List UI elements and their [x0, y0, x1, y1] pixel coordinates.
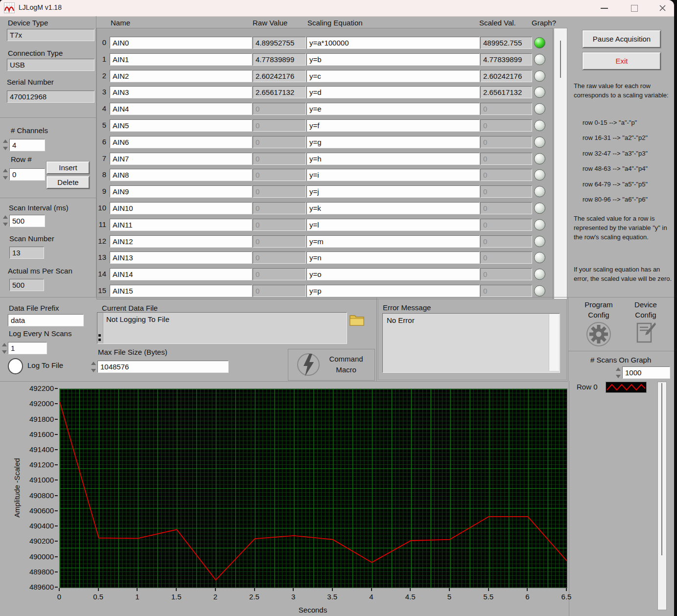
- graph-led[interactable]: [534, 137, 545, 148]
- x-tick-label: 0: [48, 593, 70, 601]
- y-tick-mark: [55, 556, 58, 557]
- table-scrollbar-thumb[interactable]: [560, 41, 561, 78]
- minimize-button[interactable]: [601, 8, 608, 9]
- legend-scrollbar[interactable]: [657, 382, 667, 610]
- delete-button[interactable]: Delete: [47, 176, 90, 189]
- scaling-equation-field[interactable]: y=f: [306, 119, 480, 132]
- channel-name-field[interactable]: AIN0: [110, 37, 252, 49]
- channel-name-field[interactable]: AIN9: [110, 185, 252, 198]
- y-tick-mark: [55, 541, 58, 542]
- channel-name-field[interactable]: AIN12: [110, 235, 252, 248]
- graph-led[interactable]: [534, 285, 545, 297]
- spin-up-icon[interactable]: [2, 343, 7, 346]
- maximize-button[interactable]: [631, 5, 638, 12]
- raw-value-field: 4.77839899: [253, 53, 306, 66]
- error-box-scrollbar[interactable]: [549, 314, 559, 371]
- graph-plot-area: [59, 388, 567, 588]
- scan-interval-input[interactable]: 500: [9, 215, 45, 227]
- x-tick-mark: [410, 588, 411, 591]
- connection-type-value[interactable]: USB: [7, 59, 94, 71]
- channel-name-field[interactable]: AIN4: [110, 103, 252, 115]
- current-data-file-box[interactable]: Not Logging To File: [97, 312, 347, 344]
- raw-value-field: 0: [253, 235, 306, 248]
- channel-name-field[interactable]: AIN2: [110, 70, 252, 82]
- spin-down-icon[interactable]: [91, 369, 96, 372]
- graph-led[interactable]: [534, 153, 545, 164]
- scaling-equation-field[interactable]: y=m: [306, 235, 480, 248]
- graph-led[interactable]: [534, 54, 545, 65]
- spin-down-icon[interactable]: [3, 223, 8, 226]
- command-macro-button[interactable]: Command Macro: [288, 349, 375, 381]
- scaling-equation-field[interactable]: y=i: [306, 169, 480, 181]
- graph-led[interactable]: [534, 236, 545, 247]
- spin-down-icon[interactable]: [3, 147, 8, 150]
- legend-scrollbar-thumb[interactable]: [661, 383, 662, 555]
- channel-name-field[interactable]: AIN13: [110, 251, 252, 264]
- name-header: Name: [111, 19, 130, 27]
- device-config-button[interactable]: [633, 319, 659, 345]
- graph-led[interactable]: [534, 120, 545, 131]
- log-to-file-label: Log To File: [27, 361, 63, 369]
- graph-led[interactable]: [534, 219, 545, 230]
- scans-on-graph-spinner[interactable]: [615, 366, 621, 379]
- spin-down-icon[interactable]: [2, 350, 7, 354]
- row-number-input[interactable]: 0: [9, 168, 45, 181]
- spin-up-icon[interactable]: [3, 139, 8, 143]
- x-tick-label: 4: [361, 593, 382, 601]
- channel-name-field[interactable]: AIN6: [110, 136, 252, 148]
- channel-name-field[interactable]: AIN7: [110, 153, 252, 165]
- channel-name-field[interactable]: AIN11: [110, 219, 252, 231]
- num-channels-spinner[interactable]: [2, 138, 8, 151]
- log-to-file-toggle[interactable]: [8, 358, 23, 374]
- max-file-size-spinner[interactable]: [91, 361, 96, 373]
- row-number-spinner[interactable]: [2, 168, 8, 181]
- scaling-equation-field[interactable]: y=c: [306, 70, 480, 82]
- spin-up-icon[interactable]: [91, 362, 96, 365]
- channel-name-field[interactable]: AIN5: [110, 119, 252, 132]
- scaling-equation-field[interactable]: y=p: [306, 285, 480, 297]
- row-index: 1: [94, 55, 106, 63]
- spin-down-icon[interactable]: [3, 176, 8, 180]
- scaling-equation-field[interactable]: y=b: [306, 53, 480, 66]
- raw-value-field: 0: [253, 185, 306, 198]
- channel-name-field[interactable]: AIN1: [110, 53, 252, 66]
- insert-button[interactable]: Insert: [47, 161, 90, 174]
- program-config-button[interactable]: [586, 321, 611, 347]
- scaling-equation-field[interactable]: y=g: [306, 136, 480, 148]
- scans-on-graph-input[interactable]: 1000: [622, 366, 670, 379]
- graph-led[interactable]: [534, 37, 545, 48]
- scaling-equation-field[interactable]: y=d: [306, 86, 480, 98]
- scan-interval-spinner[interactable]: [2, 214, 8, 227]
- scaling-equation-field[interactable]: y=a*100000: [306, 37, 480, 49]
- legend-row0-line[interactable]: [606, 382, 647, 393]
- graph-led[interactable]: [534, 70, 545, 82]
- spin-down-icon[interactable]: [616, 375, 621, 378]
- max-file-size-input[interactable]: 1048576: [97, 361, 229, 373]
- spin-up-icon[interactable]: [616, 367, 621, 371]
- scaling-equation-field[interactable]: y=e: [306, 103, 480, 115]
- scaling-equation-field[interactable]: y=l: [306, 219, 480, 231]
- spin-up-icon[interactable]: [3, 169, 8, 172]
- data-file-prefix-input[interactable]: data: [8, 314, 84, 326]
- channel-name-field[interactable]: AIN3: [110, 86, 252, 98]
- exit-button[interactable]: Exit: [583, 52, 661, 70]
- scaling-equation-field[interactable]: y=o: [306, 268, 480, 280]
- table-scrollbar[interactable]: [554, 28, 567, 299]
- channel-name-field[interactable]: AIN8: [110, 169, 252, 181]
- spin-up-icon[interactable]: [3, 215, 8, 219]
- device-type-value[interactable]: T7x: [7, 29, 94, 41]
- scaling-equation-field[interactable]: y=h: [306, 153, 480, 165]
- browse-folder-icon[interactable]: [349, 313, 365, 326]
- log-every-n-input[interactable]: 1: [8, 342, 47, 354]
- channel-name-field[interactable]: AIN14: [110, 268, 252, 280]
- num-channels-input[interactable]: 4: [9, 139, 45, 151]
- scaling-equation-field[interactable]: y=n: [306, 251, 480, 264]
- scaling-equation-field[interactable]: y=j: [306, 185, 480, 198]
- channel-name-field[interactable]: AIN15: [110, 285, 252, 297]
- close-button[interactable]: [659, 4, 666, 12]
- pause-acquisition-button[interactable]: Pause Acquisition: [583, 30, 661, 48]
- graph-led[interactable]: [534, 203, 545, 214]
- log-every-n-spinner[interactable]: [1, 342, 7, 355]
- channel-name-field[interactable]: AIN10: [110, 202, 252, 214]
- scaling-equation-field[interactable]: y=k: [306, 202, 480, 214]
